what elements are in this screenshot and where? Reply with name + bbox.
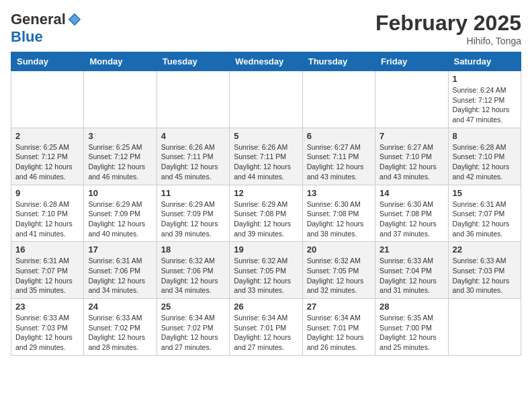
calendar-cell: 2Sunrise: 6:25 AMSunset: 7:12 PMDaylight… bbox=[11, 128, 84, 185]
calendar-cell: 13Sunrise: 6:30 AMSunset: 7:08 PMDayligh… bbox=[302, 185, 375, 242]
calendar-cell: 23Sunrise: 6:33 AMSunset: 7:03 PMDayligh… bbox=[11, 299, 84, 356]
day-info: Sunrise: 6:27 AMSunset: 7:10 PMDaylight:… bbox=[380, 142, 443, 182]
calendar-cell bbox=[375, 71, 448, 128]
calendar-cell: 27Sunrise: 6:34 AMSunset: 7:01 PMDayligh… bbox=[302, 299, 375, 356]
calendar-cell bbox=[230, 71, 302, 128]
day-info: Sunrise: 6:25 AMSunset: 7:12 PMDaylight:… bbox=[15, 142, 79, 182]
day-number: 14 bbox=[380, 188, 443, 198]
col-header-wednesday: Wednesday bbox=[230, 52, 302, 71]
day-number: 4 bbox=[161, 131, 225, 141]
day-info: Sunrise: 6:33 AMSunset: 7:03 PMDaylight:… bbox=[453, 256, 517, 295]
day-info: Sunrise: 6:26 AMSunset: 7:11 PMDaylight:… bbox=[161, 142, 225, 182]
day-number: 28 bbox=[380, 302, 443, 312]
day-number: 9 bbox=[15, 188, 79, 198]
day-number: 26 bbox=[234, 302, 298, 312]
day-info: Sunrise: 6:34 AMSunset: 7:02 PMDaylight:… bbox=[161, 313, 225, 353]
calendar-cell: 10Sunrise: 6:29 AMSunset: 7:09 PMDayligh… bbox=[84, 185, 157, 242]
calendar-cell: 6Sunrise: 6:27 AMSunset: 7:11 PMDaylight… bbox=[302, 128, 375, 185]
day-number: 27 bbox=[307, 302, 371, 312]
calendar-cell: 7Sunrise: 6:27 AMSunset: 7:10 PMDaylight… bbox=[375, 128, 448, 185]
month-title: February 2025 bbox=[375, 11, 521, 36]
calendar-cell: 24Sunrise: 6:33 AMSunset: 7:02 PMDayligh… bbox=[84, 299, 157, 356]
day-info: Sunrise: 6:29 AMSunset: 7:09 PMDaylight:… bbox=[88, 199, 152, 239]
day-info: Sunrise: 6:24 AMSunset: 7:12 PMDaylight:… bbox=[453, 85, 517, 125]
day-number: 24 bbox=[88, 302, 152, 312]
calendar-cell: 18Sunrise: 6:32 AMSunset: 7:06 PMDayligh… bbox=[157, 242, 229, 299]
day-info: Sunrise: 6:35 AMSunset: 7:00 PMDaylight:… bbox=[380, 313, 443, 353]
calendar-cell: 1Sunrise: 6:24 AMSunset: 7:12 PMDaylight… bbox=[448, 71, 521, 128]
col-header-thursday: Thursday bbox=[302, 52, 375, 71]
day-number: 8 bbox=[453, 131, 517, 141]
col-header-monday: Monday bbox=[84, 52, 157, 71]
day-info: Sunrise: 6:34 AMSunset: 7:01 PMDaylight:… bbox=[307, 313, 371, 353]
day-info: Sunrise: 6:25 AMSunset: 7:12 PMDaylight:… bbox=[88, 142, 152, 182]
calendar-cell: 16Sunrise: 6:31 AMSunset: 7:07 PMDayligh… bbox=[11, 242, 84, 299]
day-info: Sunrise: 6:32 AMSunset: 7:05 PMDaylight:… bbox=[234, 256, 298, 295]
day-number: 2 bbox=[15, 131, 79, 141]
day-info: Sunrise: 6:33 AMSunset: 7:02 PMDaylight:… bbox=[88, 313, 152, 353]
day-number: 17 bbox=[88, 244, 152, 255]
day-info: Sunrise: 6:34 AMSunset: 7:01 PMDaylight:… bbox=[234, 313, 298, 353]
day-info: Sunrise: 6:31 AMSunset: 7:06 PMDaylight:… bbox=[88, 256, 152, 295]
calendar-cell bbox=[84, 71, 157, 128]
logo-general-text: General bbox=[11, 11, 66, 28]
calendar-cell bbox=[11, 71, 84, 128]
day-number: 6 bbox=[307, 131, 371, 141]
day-number: 3 bbox=[88, 131, 152, 141]
svg-marker-1 bbox=[70, 15, 80, 25]
day-info: Sunrise: 6:27 AMSunset: 7:11 PMDaylight:… bbox=[307, 142, 371, 182]
calendar-week-row: 1Sunrise: 6:24 AMSunset: 7:12 PMDaylight… bbox=[11, 71, 521, 128]
day-info: Sunrise: 6:32 AMSunset: 7:05 PMDaylight:… bbox=[307, 256, 371, 295]
calendar-cell: 26Sunrise: 6:34 AMSunset: 7:01 PMDayligh… bbox=[230, 299, 302, 356]
day-number: 13 bbox=[307, 188, 371, 198]
calendar-week-row: 16Sunrise: 6:31 AMSunset: 7:07 PMDayligh… bbox=[11, 242, 521, 299]
calendar-cell: 14Sunrise: 6:30 AMSunset: 7:08 PMDayligh… bbox=[375, 185, 448, 242]
col-header-tuesday: Tuesday bbox=[157, 52, 229, 71]
calendar-cell bbox=[302, 71, 375, 128]
calendar-cell: 20Sunrise: 6:32 AMSunset: 7:05 PMDayligh… bbox=[302, 242, 375, 299]
day-info: Sunrise: 6:29 AMSunset: 7:09 PMDaylight:… bbox=[161, 199, 225, 239]
calendar-cell: 17Sunrise: 6:31 AMSunset: 7:06 PMDayligh… bbox=[84, 242, 157, 299]
day-info: Sunrise: 6:32 AMSunset: 7:06 PMDaylight:… bbox=[161, 256, 225, 295]
col-header-friday: Friday bbox=[375, 52, 448, 71]
col-header-sunday: Sunday bbox=[11, 52, 84, 71]
day-number: 15 bbox=[453, 188, 517, 198]
day-number: 11 bbox=[161, 188, 225, 198]
day-number: 19 bbox=[234, 244, 298, 255]
calendar-cell: 22Sunrise: 6:33 AMSunset: 7:03 PMDayligh… bbox=[448, 242, 521, 299]
calendar-cell: 11Sunrise: 6:29 AMSunset: 7:09 PMDayligh… bbox=[157, 185, 229, 242]
day-info: Sunrise: 6:31 AMSunset: 7:07 PMDaylight:… bbox=[453, 199, 517, 239]
calendar-week-row: 23Sunrise: 6:33 AMSunset: 7:03 PMDayligh… bbox=[11, 299, 521, 356]
day-number: 22 bbox=[453, 244, 517, 255]
day-info: Sunrise: 6:31 AMSunset: 7:07 PMDaylight:… bbox=[15, 256, 79, 295]
calendar-cell: 25Sunrise: 6:34 AMSunset: 7:02 PMDayligh… bbox=[157, 299, 229, 356]
day-info: Sunrise: 6:30 AMSunset: 7:08 PMDaylight:… bbox=[307, 199, 371, 239]
day-info: Sunrise: 6:28 AMSunset: 7:10 PMDaylight:… bbox=[453, 142, 517, 182]
calendar-table: SundayMondayTuesdayWednesdayThursdayFrid… bbox=[11, 52, 521, 356]
calendar-cell: 12Sunrise: 6:29 AMSunset: 7:08 PMDayligh… bbox=[230, 185, 302, 242]
day-number: 10 bbox=[88, 188, 152, 198]
title-area: February 2025 Hihifo, Tonga bbox=[375, 11, 521, 46]
day-number: 25 bbox=[161, 302, 225, 312]
calendar-cell bbox=[157, 71, 229, 128]
day-info: Sunrise: 6:30 AMSunset: 7:08 PMDaylight:… bbox=[380, 199, 443, 239]
calendar-cell bbox=[448, 299, 521, 356]
logo: General Blue bbox=[11, 11, 82, 46]
day-info: Sunrise: 6:29 AMSunset: 7:08 PMDaylight:… bbox=[234, 199, 298, 239]
calendar-week-row: 2Sunrise: 6:25 AMSunset: 7:12 PMDaylight… bbox=[11, 128, 521, 185]
day-info: Sunrise: 6:33 AMSunset: 7:03 PMDaylight:… bbox=[15, 313, 79, 353]
day-number: 18 bbox=[161, 244, 225, 255]
logo-blue-text: Blue bbox=[11, 28, 43, 46]
calendar-cell: 19Sunrise: 6:32 AMSunset: 7:05 PMDayligh… bbox=[230, 242, 302, 299]
day-number: 16 bbox=[15, 244, 79, 255]
calendar-cell: 8Sunrise: 6:28 AMSunset: 7:10 PMDaylight… bbox=[448, 128, 521, 185]
day-info: Sunrise: 6:33 AMSunset: 7:04 PMDaylight:… bbox=[380, 256, 443, 295]
calendar-week-row: 9Sunrise: 6:28 AMSunset: 7:10 PMDaylight… bbox=[11, 185, 521, 242]
day-number: 1 bbox=[453, 74, 517, 84]
calendar-cell: 28Sunrise: 6:35 AMSunset: 7:00 PMDayligh… bbox=[375, 299, 448, 356]
calendar-cell: 3Sunrise: 6:25 AMSunset: 7:12 PMDaylight… bbox=[84, 128, 157, 185]
calendar-cell: 5Sunrise: 6:26 AMSunset: 7:11 PMDaylight… bbox=[230, 128, 302, 185]
day-number: 23 bbox=[15, 302, 79, 312]
day-info: Sunrise: 6:26 AMSunset: 7:11 PMDaylight:… bbox=[234, 142, 298, 182]
day-number: 7 bbox=[380, 131, 443, 141]
